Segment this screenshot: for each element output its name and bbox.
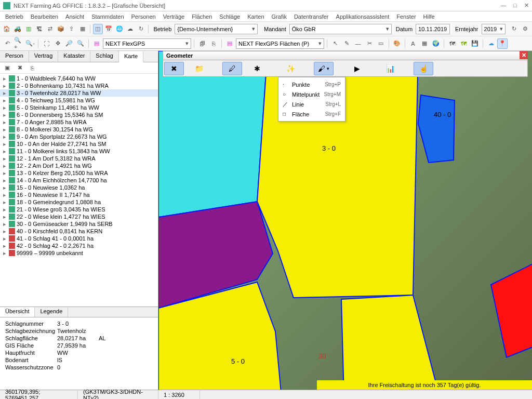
tractor-icon[interactable]: 🚜: [13, 24, 23, 34]
silo-icon[interactable]: 🏗: [34, 24, 44, 34]
tab-vertrag[interactable]: Vertrag: [29, 51, 58, 62]
tree-item[interactable]: ▸99999 – 99999 unbekannt: [0, 249, 158, 257]
menu-applikationsassistent[interactable]: Applikationsassistent: [333, 12, 393, 21]
page-icon[interactable]: 🗐: [197, 38, 207, 49]
tree-item[interactable]: ▸6 - 0 Donnersberg 15,5346 ha SM: [0, 111, 158, 118]
color-icon[interactable]: 🎨: [392, 38, 402, 49]
split-view-icon[interactable]: ◫: [93, 24, 103, 34]
field-tree[interactable]: ▸1 - 0 Waldbleek 7,6440 ha WW▸2 - 0 Bohn…: [0, 74, 158, 307]
tab-karte[interactable]: Karte: [119, 51, 143, 62]
menu-grafik[interactable]: Grafik: [269, 12, 290, 21]
menu-hilfe[interactable]: Hilfe: [420, 12, 438, 21]
tree-item[interactable]: ▸1 - 0 Waldbleek 7,6440 ha WW: [0, 75, 158, 82]
layer2-icon[interactable]: ▤: [224, 38, 235, 49]
zoomfit-icon[interactable]: ⛶: [41, 38, 51, 49]
tree-item[interactable]: ▸7 - 0 Anger 2,8985 ha WRA: [0, 118, 158, 126]
menu-verträge[interactable]: Verträge: [160, 12, 188, 21]
geo-tool-magic[interactable]: ✨: [281, 62, 300, 75]
geo-tool-nodes[interactable]: ✱: [247, 62, 267, 75]
tree-item[interactable]: ▸18 - 0 Gemeindegrund 1,0808 ha: [0, 198, 158, 206]
home-icon[interactable]: 🏠: [2, 24, 12, 34]
marker-icon[interactable]: 📍: [497, 38, 508, 49]
sync-icon[interactable]: ↻: [136, 24, 146, 34]
menu-ansicht[interactable]: Ansicht: [62, 12, 87, 21]
save-icon[interactable]: 💾: [470, 38, 480, 49]
world-icon[interactable]: 🌍: [431, 38, 441, 49]
menu-datentransfer[interactable]: Datentransfer: [291, 12, 332, 21]
tree-item[interactable]: ▸4 - 0 Teichweg 15,5981 ha WG: [0, 97, 158, 104]
layer1-dropdown[interactable]: NEXT FlexGPS: [103, 38, 191, 49]
tree-item[interactable]: ▸30 - 0 Gemüseacker 1,9499 ha SERB: [0, 220, 158, 228]
grid-icon[interactable]: ▦: [419, 38, 430, 49]
field-yellow-3[interactable]: [341, 295, 444, 390]
layer-icon[interactable]: ▤: [91, 38, 102, 49]
window-min-button[interactable]: —: [500, 2, 506, 9]
tree-item[interactable]: ▸2 - 0 Bohnenkamp 10,7431 ha WRA: [0, 82, 158, 89]
menu-personen[interactable]: Personen: [128, 12, 159, 21]
menu-fenster[interactable]: Fenster: [393, 12, 419, 21]
tree-item[interactable]: ▸15 - 0 Neuwiese 1,0362 ha: [0, 184, 158, 191]
geo-menu-fläche[interactable]: □FlächeStrg+F: [278, 109, 345, 119]
layer2-dropdown[interactable]: NEXT FlexGPS Flächen (P): [236, 38, 324, 49]
geo-tool-1[interactable]: ✖: [164, 62, 184, 75]
betrieb-dropdown[interactable]: {Demo-Unternehmen}: [175, 24, 258, 34]
tree-item[interactable]: ▸11 - 0 Molkerei links 51,3843 ha WW: [0, 148, 158, 155]
line-icon[interactable]: —: [353, 38, 363, 49]
tree-item[interactable]: ▸12 - 2 Am Dorf 1,4921 ha WG: [0, 162, 158, 169]
legend-tab-übersicht[interactable]: Übersicht: [0, 307, 35, 317]
geo-menu-punkte[interactable]: ·PunkteStrg+P: [278, 79, 345, 89]
cut-icon[interactable]: ✂: [364, 38, 375, 49]
field-icon[interactable]: ▥: [23, 24, 33, 34]
mandant-dropdown[interactable]: Öko GbR: [289, 24, 392, 34]
erntejahr-dropdown[interactable]: 2019: [482, 24, 506, 34]
tree-item[interactable]: ▸42 - 0 Schlag 42 - 0 2,2671 ha: [0, 242, 158, 249]
tab-person[interactable]: Person: [0, 51, 29, 62]
export-icon[interactable]: ⇪: [66, 24, 76, 34]
tree-item[interactable]: ▸8 - 0 Molkerei 30,1254 ha WG: [0, 126, 158, 133]
doc-icon[interactable]: ▦: [77, 24, 87, 34]
geo-tool-stats[interactable]: 📊: [380, 62, 400, 75]
tree-item[interactable]: ▸3 - 0 Twetenholz 28,0217 ha WW: [0, 89, 158, 97]
geo-tool-draw[interactable]: 🖌 ▾: [314, 62, 334, 75]
tree-item[interactable]: ▸41 - 0 Schlag 41 - 0 0,0001 ha: [0, 235, 158, 242]
tree-item[interactable]: ▸12 - 1 Am Dorf 5,3182 ha WRA: [0, 155, 158, 162]
calendar-icon[interactable]: 📅: [104, 24, 114, 34]
field-40-0[interactable]: [418, 95, 455, 163]
copy-icon[interactable]: ⎘: [27, 63, 37, 73]
cloud-icon[interactable]: ☁: [125, 24, 135, 34]
map2-icon[interactable]: 🗺: [458, 38, 469, 49]
field-red[interactable]: [491, 264, 532, 357]
tab-kataster[interactable]: Kataster: [58, 51, 90, 62]
delete-icon[interactable]: ✖: [15, 63, 25, 73]
tree-item[interactable]: ▸13 - 0 Kelzer Berg 20,1500 ha WRA: [0, 169, 158, 177]
tree-item[interactable]: ▸10 - 0 An der Halde 27,2741 ha SM: [0, 140, 158, 148]
globe-icon[interactable]: 🌐: [114, 24, 124, 34]
menu-flächen[interactable]: Flächen: [189, 12, 215, 21]
rect-icon[interactable]: ▭: [376, 38, 386, 49]
geo-tool-play[interactable]: ▶: [347, 62, 367, 75]
geometer-close-button[interactable]: ✕: [520, 51, 528, 59]
fullextent-icon[interactable]: ✥: [52, 38, 63, 49]
tree-item[interactable]: ▸9 - 0 Am Sportplatz 22,6673 ha WG: [0, 133, 158, 140]
datum-input[interactable]: 10.11.2019: [416, 24, 450, 34]
text-icon[interactable]: A: [408, 38, 418, 49]
tree-item[interactable]: ▸14 - 0 Am Eichhölzchen 14,7700 ha: [0, 177, 158, 184]
pointer-icon[interactable]: ✎: [341, 38, 352, 49]
tree-item[interactable]: ▸22 - 0 Wiese klein 1,4727 ha WIES: [0, 213, 158, 220]
tree-item[interactable]: ▸16 - 0 Neuwiese II 1,7147 ha: [0, 191, 158, 198]
undo-icon[interactable]: ↶: [2, 38, 12, 49]
zoomout-icon[interactable]: 🔍-: [25, 38, 35, 49]
tree-item[interactable]: ▸40 - 0 Kirschfeld 0,8141 ha KERN: [0, 228, 158, 235]
map1-icon[interactable]: 🗺: [447, 38, 457, 49]
menu-bearbeiten[interactable]: Bearbeiten: [28, 12, 61, 21]
zoomsel-icon[interactable]: 🔎: [64, 38, 74, 49]
refresh-icon[interactable]: ↻: [510, 24, 520, 34]
map-canvas[interactable]: 3 - 040 - 05 - 030 Ihre Freischaltung is…: [158, 51, 532, 390]
menu-betrieb[interactable]: Betrieb: [2, 12, 26, 21]
select-icon[interactable]: ↖: [330, 38, 340, 49]
tree-item[interactable]: ▸21 - 0 Wiese groß 3,0435 ha WIES: [0, 206, 158, 213]
legend-tab-legende[interactable]: Legende: [35, 307, 68, 317]
geo-tool-hand[interactable]: ☝: [414, 62, 433, 75]
transfer-icon[interactable]: ⇄: [45, 24, 55, 34]
geo-menu-linie[interactable]: ／LinieStrg+L: [278, 99, 345, 109]
